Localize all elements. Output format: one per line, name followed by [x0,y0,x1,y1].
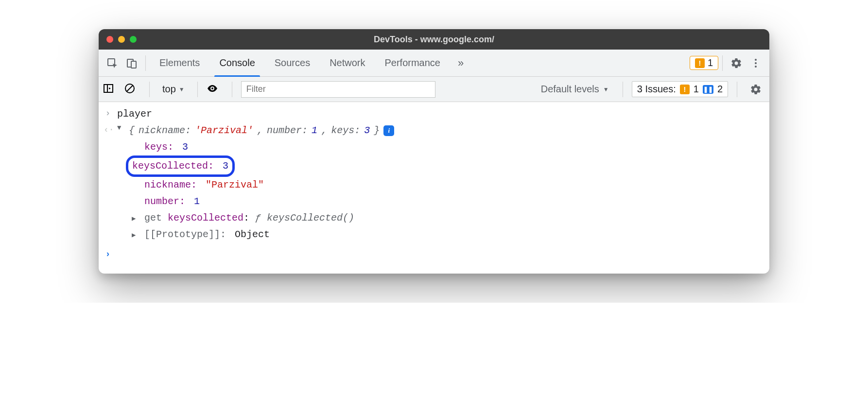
tab-network[interactable]: Network [320,50,375,77]
issues-label: 3 Issues: [637,84,676,95]
prop-nickname[interactable]: nickname: "Parzival" [132,177,764,193]
window-controls [106,36,137,43]
warnings-count: 1 [708,57,713,69]
console-prompt[interactable]: › [104,247,764,262]
issues-warn-count: 1 [694,84,699,95]
svg-point-3 [755,59,757,61]
console-input-text: player [117,106,152,122]
disclosure-triangle-icon[interactable]: ▶ [132,230,139,242]
divider [149,82,150,97]
console-body: › player ‹· ▼ {nickname: 'Parzival', num… [99,102,769,274]
divider [197,82,198,97]
minimize-window-button[interactable] [118,36,125,43]
chevron-down-icon: ▼ [179,86,185,93]
warnings-badge[interactable]: ! 1 [690,56,718,70]
console-settings-icon[interactable] [746,80,765,99]
tab-elements[interactable]: Elements [150,50,209,77]
info-icon: ❚❚ [703,85,713,94]
disclosure-triangle-icon[interactable]: ▼ [117,122,124,134]
svg-rect-6 [104,85,113,92]
devtools-window: DevTools - www.google.com/ Elements Cons… [99,29,769,274]
console-sidebar-toggle-icon[interactable] [103,83,119,96]
live-expression-icon[interactable] [207,83,223,96]
svg-point-5 [755,66,757,68]
context-label: top [162,84,176,95]
svg-point-4 [755,62,757,64]
divider [623,82,623,97]
svg-line-10 [127,86,133,91]
clear-console-icon[interactable] [124,83,140,96]
svg-marker-8 [109,87,111,89]
svg-rect-2 [131,61,136,68]
titlebar: DevTools - www.google.com/ [99,29,769,50]
tab-console[interactable]: Console [209,50,264,77]
close-window-button[interactable] [106,36,113,43]
tab-performance[interactable]: Performance [375,50,451,77]
object-summary[interactable]: {nickname: 'Parzival', number: 1, keys: … [129,122,394,139]
prop-prototype[interactable]: ▶ [[Prototype]]: Object [132,226,764,243]
info-badge-icon[interactable]: i [383,125,394,136]
divider [232,82,232,97]
prompt-caret-icon: › [104,247,112,262]
inspect-element-icon[interactable] [103,53,122,73]
output-caret-icon: ‹· [104,122,112,138]
prop-keys[interactable]: keys: 3 [132,139,764,155]
filter-input[interactable] [241,81,435,98]
divider [722,55,723,71]
maximize-window-button[interactable] [130,36,137,43]
log-levels-selector[interactable]: Default levels ▼ [536,84,614,95]
devtools-tabbar: Elements Console Sources Network Perform… [99,50,769,77]
issues-box[interactable]: 3 Issues: ! 1 ❚❚ 2 [632,81,728,97]
divider [737,82,737,97]
prop-number[interactable]: number: 1 [132,193,764,210]
prop-getter[interactable]: ▶ get keysCollected: ƒ keysCollected() [132,210,764,226]
context-selector[interactable]: top ▼ [158,82,189,97]
more-menu-icon[interactable] [746,53,765,73]
warning-icon: ! [680,85,690,94]
input-caret-icon: › [104,106,112,121]
settings-icon[interactable] [727,53,746,73]
chevron-down-icon: ▼ [603,86,609,93]
prop-keyscollected[interactable]: keysCollected: 3 [132,155,764,177]
disclosure-triangle-icon[interactable]: ▶ [132,213,139,225]
window-title: DevTools - www.google.com/ [99,34,769,45]
warning-icon: ! [695,58,705,68]
divider [145,55,146,71]
object-properties: keys: 3 keysCollected: 3 nickname: "Parz… [132,139,764,243]
console-input-row: › player [104,106,764,122]
highlighted-property: keysCollected: 3 [126,155,235,177]
console-toolbar: top ▼ Default levels ▼ 3 Issues: ! 1 ❚❚ … [99,77,769,102]
issues-info-count: 2 [717,84,723,95]
more-tabs-button[interactable]: » [450,57,471,69]
device-toolbar-icon[interactable] [122,53,141,73]
levels-label: Default levels [541,84,599,95]
tab-sources[interactable]: Sources [265,50,320,77]
console-output-row: ‹· ▼ {nickname: 'Parzival', number: 1, k… [104,122,764,139]
